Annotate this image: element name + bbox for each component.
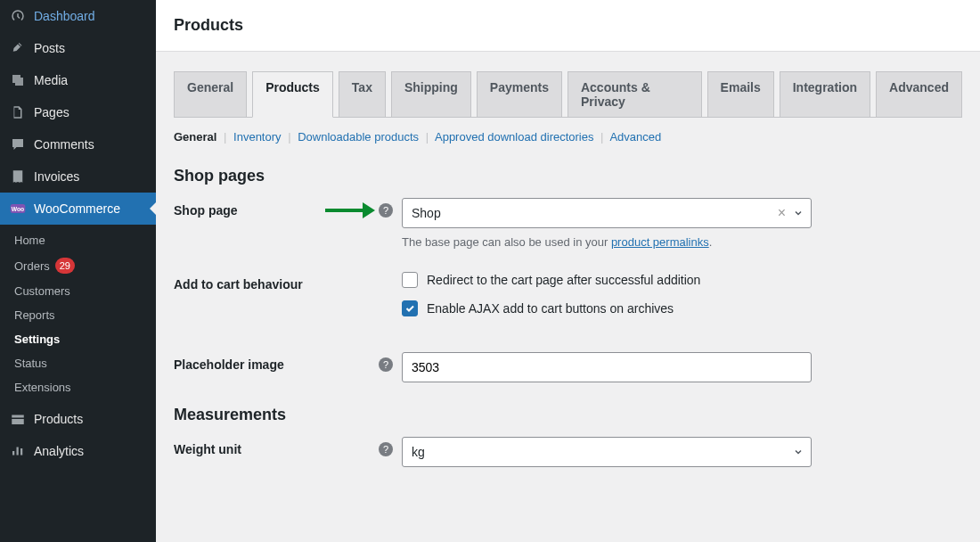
shop-pages-heading: Shop pages [174, 167, 962, 185]
checkbox-ajax[interactable] [402, 300, 418, 316]
tab-shipping[interactable]: Shipping [391, 71, 471, 117]
tab-tax[interactable]: Tax [339, 71, 386, 117]
submenu-customers[interactable]: Customers [11, 279, 156, 303]
weight-unit-label: Weight unit [174, 437, 379, 456]
field-weight-unit: Weight unit ? kg [174, 437, 962, 467]
measurements-heading: Measurements [174, 406, 962, 424]
field-shop-page: Shop page ? Shop × The base page can als… [174, 198, 962, 249]
pin-icon [9, 39, 27, 57]
weight-unit-select[interactable]: kg [402, 437, 812, 467]
sidebar-label: Media [34, 73, 68, 87]
invoice-icon [9, 168, 27, 185]
orders-badge: 29 [55, 258, 75, 274]
sidebar-label: Products [34, 412, 83, 426]
media-icon [9, 71, 27, 89]
submenu-extensions[interactable]: Extensions [11, 375, 156, 399]
submenu-orders[interactable]: Orders 29 [11, 252, 156, 279]
sidebar-label: WooCommerce [34, 201, 120, 216]
sidebar-item-woocommerce[interactable]: Woo WooCommerce [0, 193, 156, 225]
field-add-to-cart: Add to cart behaviour Redirect to the ca… [174, 272, 962, 329]
subnav-advanced[interactable]: Advanced [609, 130, 661, 144]
sidebar-label: Posts [34, 41, 65, 55]
chevron-down-icon [789, 208, 804, 218]
subnav-general[interactable]: General [174, 130, 216, 144]
main-content: Products General Products Tax Shipping P… [156, 0, 980, 542]
subnav-downloadable[interactable]: Downloadable products [298, 130, 419, 144]
arrow-annotation [325, 204, 375, 217]
submenu-reports[interactable]: Reports [11, 303, 156, 327]
shop-page-select[interactable]: Shop × [402, 198, 812, 228]
sidebar-item-pages[interactable]: Pages [0, 96, 156, 128]
sidebar-label: Analytics [34, 444, 84, 458]
sidebar-item-media[interactable]: Media [0, 64, 156, 96]
submenu-status[interactable]: Status [11, 351, 156, 375]
sidebar-label: Invoices [34, 169, 79, 184]
analytics-icon [9, 442, 27, 460]
product-permalinks-link[interactable]: product permalinks [611, 235, 709, 249]
sidebar-label: Dashboard [34, 9, 95, 23]
help-icon[interactable]: ? [379, 203, 393, 218]
subnav-inventory[interactable]: Inventory [233, 130, 281, 144]
help-icon[interactable]: ? [379, 442, 393, 456]
shop-page-value: Shop [412, 206, 774, 220]
shop-page-label: Shop page [174, 203, 238, 218]
subnav-approved-dirs[interactable]: Approved download directories [435, 130, 594, 144]
clear-icon[interactable]: × [774, 205, 789, 221]
placeholder-image-label: Placeholder image [174, 352, 379, 372]
add-to-cart-label: Add to cart behaviour [174, 272, 379, 292]
tab-payments[interactable]: Payments [477, 71, 562, 117]
tab-accounts-privacy[interactable]: Accounts & Privacy [568, 71, 702, 117]
checkbox-ajax-label: Enable AJAX add to cart buttons on archi… [427, 301, 674, 316]
page-title: Products [156, 0, 980, 52]
settings-subnav: General | Inventory | Downloadable produ… [174, 118, 962, 151]
help-icon[interactable]: ? [379, 357, 393, 372]
comment-icon [9, 136, 27, 153]
svg-text:Woo: Woo [12, 206, 24, 212]
chevron-down-icon [789, 447, 804, 457]
placeholder-image-input[interactable] [402, 352, 812, 382]
sidebar-item-products[interactable]: Products [0, 403, 156, 435]
sidebar-item-analytics[interactable]: Analytics [0, 435, 156, 467]
field-placeholder-image: Placeholder image ? [174, 352, 962, 382]
sidebar-item-posts[interactable]: Posts [0, 32, 156, 64]
tab-emails[interactable]: Emails [707, 71, 774, 117]
admin-sidebar: Dashboard Posts Media Pages Comments Inv… [0, 0, 156, 542]
tab-products[interactable]: Products [252, 71, 333, 118]
sidebar-item-dashboard[interactable]: Dashboard [0, 0, 156, 32]
tab-general[interactable]: General [174, 71, 247, 117]
shop-page-description: The base page can also be used in your p… [402, 235, 812, 249]
settings-tabs: General Products Tax Shipping Payments A… [174, 71, 962, 118]
woocommerce-icon: Woo [9, 200, 27, 218]
checkbox-redirect[interactable] [402, 272, 418, 288]
page-icon [9, 103, 27, 121]
gauge-icon [9, 7, 27, 25]
sidebar-label: Comments [34, 137, 94, 152]
weight-unit-value: kg [412, 445, 789, 459]
sidebar-item-invoices[interactable]: Invoices [0, 160, 156, 193]
submenu-settings[interactable]: Settings [11, 327, 156, 351]
tab-integration[interactable]: Integration [780, 71, 870, 117]
checkbox-redirect-label: Redirect to the cart page after successf… [427, 273, 700, 287]
tab-advanced[interactable]: Advanced [876, 71, 962, 117]
products-icon [9, 410, 27, 428]
sidebar-item-comments[interactable]: Comments [0, 128, 156, 160]
sidebar-submenu: Home Orders 29 Customers Reports Setting… [0, 225, 156, 403]
submenu-home[interactable]: Home [11, 228, 156, 252]
sidebar-label: Pages [34, 105, 69, 119]
